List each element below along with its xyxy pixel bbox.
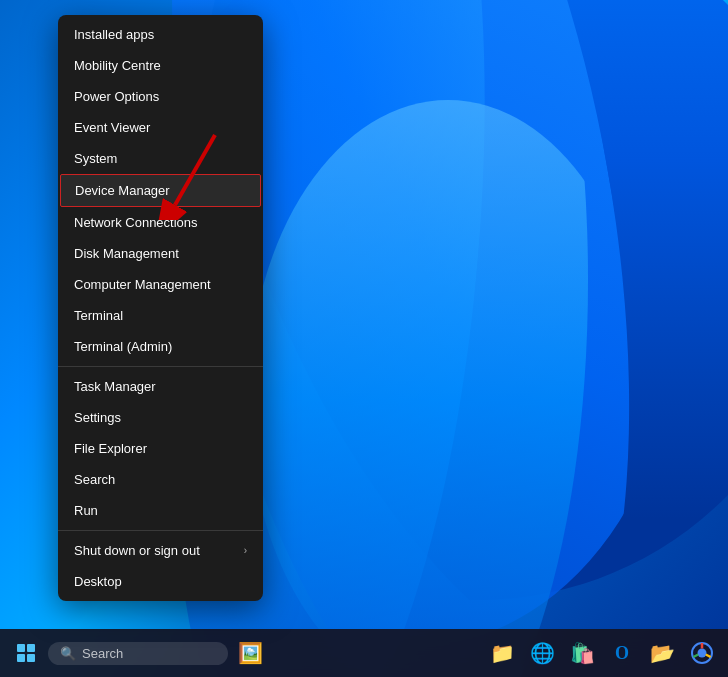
svg-point-3 [698, 649, 707, 658]
menu-item-system[interactable]: System [58, 143, 263, 174]
photo-icon: 🖼️ [238, 641, 263, 665]
menu-item-run[interactable]: Run [58, 495, 263, 526]
taskbar: 🔍 Search 🖼️ 📁 🌐 🛍️ O 📂 [0, 629, 728, 677]
taskbar-edge-button[interactable]: 🌐 [524, 635, 560, 671]
edge-icon: 🌐 [530, 641, 555, 665]
menu-item-terminal-admin[interactable]: Terminal (Admin) [58, 331, 263, 362]
menu-item-device-manager[interactable]: Device Manager [60, 174, 261, 207]
menu-item-disk-management[interactable]: Disk Management [58, 238, 263, 269]
taskbar-outlook-button[interactable]: O [604, 635, 640, 671]
taskbar-store-button[interactable]: 🛍️ [564, 635, 600, 671]
start-button[interactable] [8, 635, 44, 671]
store-icon: 🛍️ [570, 641, 595, 665]
desktop: Installed appsMobility CentrePower Optio… [0, 0, 728, 677]
menu-item-computer-management[interactable]: Computer Management [58, 269, 263, 300]
menu-item-task-manager[interactable]: Task Manager [58, 371, 263, 402]
taskbar-search-bar[interactable]: 🔍 Search [48, 642, 228, 665]
context-menu: Installed appsMobility CentrePower Optio… [58, 15, 263, 601]
separator-after-run [58, 530, 263, 531]
windows-logo-icon [17, 644, 35, 662]
taskbar-file-explorer-button[interactable]: 📁 [484, 635, 520, 671]
menu-item-network-connections[interactable]: Network Connections [58, 207, 263, 238]
menu-item-event-viewer[interactable]: Event Viewer [58, 112, 263, 143]
menu-item-desktop[interactable]: Desktop [58, 566, 263, 597]
menu-item-settings[interactable]: Settings [58, 402, 263, 433]
svg-line-5 [706, 655, 711, 658]
separator-after-terminal-admin [58, 366, 263, 367]
menu-item-power-options[interactable]: Power Options [58, 81, 263, 112]
menu-item-file-explorer[interactable]: File Explorer [58, 433, 263, 464]
outlook-icon: O [615, 643, 629, 664]
menu-item-mobility-centre[interactable]: Mobility Centre [58, 50, 263, 81]
taskbar-explorer2-button[interactable]: 📂 [644, 635, 680, 671]
taskbar-search-label: Search [82, 646, 123, 661]
file-explorer-icon: 📁 [490, 641, 515, 665]
menu-item-shut-down-chevron: › [244, 545, 247, 556]
menu-item-shut-down[interactable]: Shut down or sign out› [58, 535, 263, 566]
menu-item-search[interactable]: Search [58, 464, 263, 495]
svg-line-6 [693, 655, 698, 658]
menu-item-installed-apps[interactable]: Installed apps [58, 19, 263, 50]
taskbar-search-icon: 🔍 [60, 646, 76, 661]
chrome-icon [691, 642, 713, 664]
taskbar-chrome-button[interactable] [684, 635, 720, 671]
taskbar-photo-icon[interactable]: 🖼️ [232, 635, 268, 671]
explorer2-icon: 📂 [650, 641, 675, 665]
menu-item-terminal[interactable]: Terminal [58, 300, 263, 331]
